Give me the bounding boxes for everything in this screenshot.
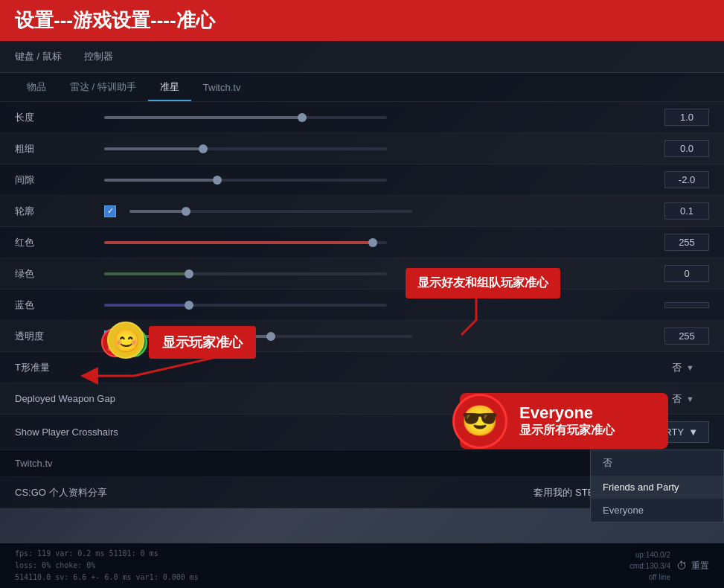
chevron-down-icon-3: ▼ bbox=[688, 426, 698, 438]
dropdown-show-crosshairs[interactable]: FRIENDS AND PARTY ▼ bbox=[574, 421, 709, 443]
value-red[interactable]: 255 bbox=[664, 234, 709, 251]
control-green bbox=[104, 272, 664, 275]
label-tcrosshair: T形准量 bbox=[15, 361, 104, 374]
label-red: 红色 bbox=[15, 236, 104, 249]
slider-thickness[interactable] bbox=[104, 147, 387, 150]
control-opacity bbox=[104, 330, 664, 342]
checkbox-opacity[interactable] bbox=[104, 330, 116, 342]
checkbox-outline[interactable] bbox=[104, 205, 116, 217]
control-length bbox=[104, 116, 664, 119]
setting-row-red: 红色 255 bbox=[0, 227, 724, 258]
status-bar: fps: 119 var: 0.2 ms 51101: 0 ms loss: 0… bbox=[0, 543, 724, 588]
status-line-1: fps: 119 var: 0.2 ms 51101: 0 ms bbox=[15, 548, 199, 560]
control-blue bbox=[104, 304, 664, 307]
setting-row-weapon-gap: Deployed Weapon Gap 否 ▼ bbox=[0, 383, 724, 415]
reset-label: 重置 bbox=[691, 560, 709, 572]
nav-keyboard-mouse[interactable]: 键盘 / 鼠标 bbox=[15, 47, 62, 66]
label-opacity: 透明度 bbox=[15, 330, 104, 343]
control-outline bbox=[104, 205, 664, 217]
label-thickness: 粗细 bbox=[15, 142, 104, 156]
sub-tabs: 物品 雷达 / 特训助手 准星 Twitch.tv bbox=[0, 73, 724, 102]
label-csgo-share: CS:GO 个人资料分享 bbox=[15, 486, 149, 499]
status-line-3: 514110.0 sv: 6.6 +- 6.0 ms var1: 0.000 m… bbox=[15, 572, 199, 584]
value-weapon-gap: 否 bbox=[672, 392, 682, 406]
setting-row-thickness: 粗细 0.0 bbox=[0, 133, 724, 164]
slider-outline[interactable] bbox=[129, 210, 412, 213]
value-length[interactable]: 1.0 bbox=[664, 109, 709, 126]
value-green[interactable]: 0 bbox=[664, 265, 709, 282]
setting-row-green: 绿色 0 bbox=[0, 258, 724, 290]
value-show-crosshairs: FRIENDS AND PARTY bbox=[585, 426, 684, 438]
option-everyone[interactable]: Everyone bbox=[591, 499, 723, 522]
setting-row-gap: 间隙 -2.0 bbox=[0, 164, 724, 196]
setting-row-outline: 轮廓 0.1 bbox=[0, 196, 724, 227]
value-opacity[interactable]: 255 bbox=[664, 327, 709, 345]
label-outline: 轮廓 bbox=[15, 205, 104, 218]
setting-row-opacity: 透明度 255 bbox=[0, 321, 724, 352]
page-title: 设置---游戏设置----准心 bbox=[15, 7, 215, 33]
tab-radar[interactable]: 雷达 / 特训助手 bbox=[58, 73, 148, 101]
setting-row-length: 长度 1.0 bbox=[0, 102, 724, 133]
chevron-down-icon: ▼ bbox=[686, 363, 694, 372]
main-container: 设置---游戏设置----准心 键盘 / 鼠标 控制器 物品 雷达 / 特训助手… bbox=[0, 0, 724, 588]
label-green: 绿色 bbox=[15, 267, 104, 281]
dropdown-tcrosshair[interactable]: 否 ▼ bbox=[672, 361, 694, 374]
value-gap[interactable]: -2.0 bbox=[664, 171, 709, 188]
label-blue: 蓝色 bbox=[15, 298, 104, 312]
status-connection: up:140.0/2 cmd:130.3/4 off line bbox=[630, 549, 670, 583]
slider-red[interactable] bbox=[104, 241, 387, 244]
slider-green[interactable] bbox=[104, 272, 387, 275]
setting-row-tcrosshair: T形准量 否 ▼ bbox=[0, 352, 724, 383]
label-length: 长度 bbox=[15, 111, 104, 124]
control-gap bbox=[104, 179, 664, 182]
top-banner: 设置---游戏设置----准心 bbox=[0, 0, 724, 41]
slider-length[interactable] bbox=[104, 116, 387, 119]
settings-area: 长度 1.0 粗细 0.0 间隙 bbox=[0, 102, 724, 508]
label-weapon-gap: Deployed Weapon Gap bbox=[15, 393, 164, 404]
option-no[interactable]: 否 bbox=[591, 450, 723, 476]
clock-icon: ⏱ bbox=[676, 560, 687, 572]
value-tcrosshair: 否 bbox=[672, 361, 682, 374]
nav-controller[interactable]: 控制器 bbox=[84, 47, 113, 66]
status-fps: fps: 119 var: 0.2 ms 51101: 0 ms loss: 0… bbox=[15, 548, 199, 584]
control-thickness bbox=[104, 147, 664, 150]
crosshairs-dropdown-menu: 否 Friends and Party Everyone bbox=[590, 450, 724, 523]
status-right: up:140.0/2 cmd:130.3/4 off line ⏱ 重置 bbox=[630, 549, 709, 583]
setting-row-show-crosshairs: Show Player Crosshairs FRIENDS AND PARTY… bbox=[0, 415, 724, 450]
slider-opacity[interactable] bbox=[129, 335, 412, 338]
chevron-down-icon-2: ▼ bbox=[686, 394, 694, 403]
nav-row: 键盘 / 鼠标 控制器 bbox=[0, 41, 724, 73]
tab-crosshair[interactable]: 准星 bbox=[148, 73, 191, 101]
setting-row-blue: 蓝色 bbox=[0, 290, 724, 321]
slider-gap[interactable] bbox=[104, 179, 387, 182]
slider-blue[interactable] bbox=[104, 304, 387, 307]
status-line-2: loss: 0% choke: 0% bbox=[15, 560, 199, 572]
value-outline[interactable]: 0.1 bbox=[664, 202, 709, 220]
dropdown-weapon-gap[interactable]: 否 ▼ bbox=[672, 392, 694, 406]
value-thickness[interactable]: 0.0 bbox=[664, 140, 709, 157]
tab-items[interactable]: 物品 bbox=[15, 73, 58, 101]
control-red bbox=[104, 241, 664, 244]
label-gap: 间隙 bbox=[15, 173, 104, 187]
option-friends-party[interactable]: Friends and Party bbox=[591, 476, 723, 499]
value-blue[interactable] bbox=[664, 302, 709, 308]
label-show-crosshairs: Show Player Crosshairs bbox=[15, 426, 164, 438]
twitch-label: Twitch.tv bbox=[15, 458, 53, 469]
tab-twitch[interactable]: Twitch.tv bbox=[191, 74, 253, 100]
reset-button[interactable]: ⏱ 重置 bbox=[676, 560, 709, 572]
